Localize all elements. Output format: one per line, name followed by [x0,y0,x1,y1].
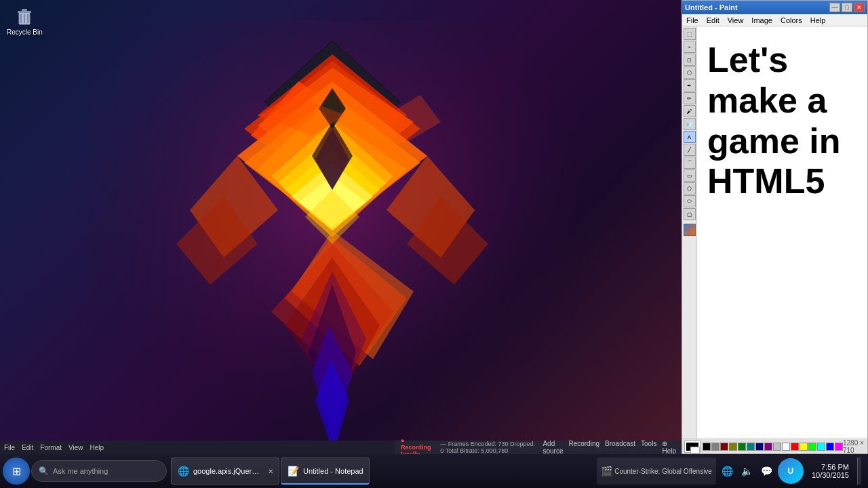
stream-broadcast[interactable]: Broadcast [605,440,635,455]
clock-time: 7:56 PM [821,463,849,471]
paint-minimize-button[interactable]: — [829,3,840,12]
roundrect-tool[interactable]: ▢ [684,208,696,220]
paint-menu-view[interactable]: View [726,16,745,24]
color-gray[interactable] [711,443,719,451]
brush-tool[interactable]: 🖌 [684,105,696,117]
color-yellow[interactable] [800,443,808,451]
color-black[interactable] [703,443,711,451]
color-lime[interactable] [808,443,816,451]
notepad-menu-bar: File Edit Format View Help [0,441,395,454]
network-icon[interactable]: 🌐 [719,464,736,478]
browser-icon: 🌐 [177,465,189,477]
color-blue[interactable] [826,443,834,451]
stream-recording[interactable]: Recording [568,440,599,455]
taskbar-item-streaming[interactable]: 🎬 Counter-Strike: Global Offensive [597,458,716,485]
paint-dimensions: 1280 × 710 [843,439,865,454]
volume-icon[interactable]: 🔈 [738,464,755,478]
streaming-controls-bar: ● Recording locally — Frames Encoded: 73… [395,441,682,454]
paint-text-block: Let's make a game in HTML5 [697,26,867,216]
paint-menu-colors[interactable]: Colors [779,16,804,24]
foreground-color[interactable] [685,441,700,452]
select-tool[interactable]: ⬚ [684,28,696,40]
paint-window: Untitled - Paint — □ ✕ File Edit View Im… [682,0,868,454]
paint-menu-help[interactable]: Help [809,16,827,24]
paint-canvas[interactable]: Let's make a game in HTML5 [697,26,867,439]
user-avatar[interactable]: U [778,458,804,484]
taskbar-tray: 🎬 Counter-Strike: Global Offensive 🌐 🔈 💬… [597,458,865,485]
paint-menu-image[interactable]: Image [750,16,774,24]
notepad-menu-view[interactable]: View [68,444,83,451]
show-desktop-button[interactable] [857,458,861,485]
paint-text-line4: HTML5 [707,161,857,202]
paint-window-controls: — □ ✕ [829,3,865,12]
paint-menu-file[interactable]: File [685,16,700,24]
taskbar-items: 🌐 google.apis.jQuery - Go... ✕ 📝 Untitle… [171,458,595,485]
color-red[interactable] [791,443,799,451]
color-navy[interactable] [755,443,764,451]
notepad-menu-help[interactable]: Help [90,444,104,451]
polygon-tool[interactable]: ⬠ [684,182,696,195]
stream-tools[interactable]: Tools [641,440,656,455]
color-white[interactable] [782,443,790,451]
color-olive[interactable] [729,443,737,451]
browser-tab-close[interactable]: ✕ [268,468,273,475]
desktop-artwork [88,20,576,454]
stream-add-source[interactable]: Add source [542,440,563,455]
color-magenta[interactable] [835,443,843,451]
paint-text-line3: game in [707,121,857,162]
color-silver[interactable] [773,443,781,451]
search-icon: 🔍 [39,466,49,476]
recycle-bin-image [14,5,35,27]
notifications-icon[interactable]: 💬 [758,464,775,478]
eraser-tool[interactable]: ◻ [684,54,696,66]
color-cyan[interactable] [817,443,825,451]
paint-maximize-button[interactable]: □ [842,3,852,12]
lasso-tool[interactable]: ⌁ [684,41,696,53]
search-bar[interactable]: 🔍 Ask me anything [31,460,167,482]
paint-text-line1: Let's [707,40,857,81]
recycle-bin-icon[interactable]: Recycle Bin [7,5,43,36]
airbrush-tool[interactable]: 💨 [684,118,696,130]
color-green[interactable] [738,443,746,451]
curve-tool[interactable]: ⌒ [684,157,696,169]
user-avatar-initial: U [788,466,794,476]
paint-titlebar: Untitled - Paint — □ ✕ [682,1,867,14]
paint-toolbar: ⬚ ⌁ ◻ ⬡ ✒ ✏ 🖌 💨 A ╱ ⌒ ▭ ⬠ ⬭ ▢ [682,26,697,439]
paint-close-button[interactable]: ✕ [854,3,865,12]
clock[interactable]: 7:56 PM 10/30/2015 [806,463,854,479]
ellipse-tool[interactable]: ⬭ [684,195,696,207]
streaming-info: — Frames Encoded: 730 Dropped: 0 Total B… [440,441,536,454]
streaming-icon: 🎬 [601,466,612,476]
stream-help[interactable]: ⊕ Help [662,440,676,455]
notepad-icon: 📝 [287,465,299,477]
search-placeholder: Ask me anything [53,467,108,475]
notepad-menu-format[interactable]: Format [40,444,62,451]
notepad-menu-file[interactable]: File [4,444,15,451]
recycle-bin-label: Recycle Bin [7,28,43,36]
paint-bottom-toolbar: 1280 × 710 [682,439,867,453]
streaming-app-label: Counter-Strike: Global Offensive [614,468,712,475]
paint-title: Untitled - Paint [685,3,738,12]
start-button[interactable]: ⊞ [3,458,30,485]
line-tool[interactable]: ╱ [684,144,696,156]
taskbar: ⊞ 🔍 Ask me anything 🌐 google.apis.jQuery… [0,454,868,488]
paint-menubar: File Edit View Image Colors Help [682,14,867,26]
paint-content: ⬚ ⌁ ◻ ⬡ ✒ ✏ 🖌 💨 A ╱ ⌒ ▭ ⬠ ⬭ ▢ Let's make… [682,26,867,439]
color-selector[interactable] [684,224,696,236]
rect-tool[interactable]: ▭ [684,169,696,182]
taskbar-item-notepad[interactable]: 📝 Untitled - Notepad [281,458,370,485]
taskbar-item-browser-label: google.apis.jQuery - Go... [193,467,262,475]
text-tool[interactable]: A [684,131,696,143]
color-purple[interactable] [764,443,772,451]
color-teal[interactable] [747,443,755,451]
paint-text-line2: make a [707,81,857,121]
pencil-tool[interactable]: ✏ [684,92,696,104]
fill-tool[interactable]: ⬡ [684,66,696,79]
notepad-menu-edit[interactable]: Edit [22,444,33,451]
svg-rect-35 [22,9,27,12]
taskbar-item-browser[interactable]: 🌐 google.apis.jQuery - Go... ✕ [171,458,279,485]
eyedropper-tool[interactable]: ✒ [684,79,696,92]
paint-menu-edit[interactable]: Edit [705,16,721,24]
taskbar-item-notepad-label: Untitled - Notepad [303,467,363,475]
color-darkred[interactable] [720,443,728,451]
